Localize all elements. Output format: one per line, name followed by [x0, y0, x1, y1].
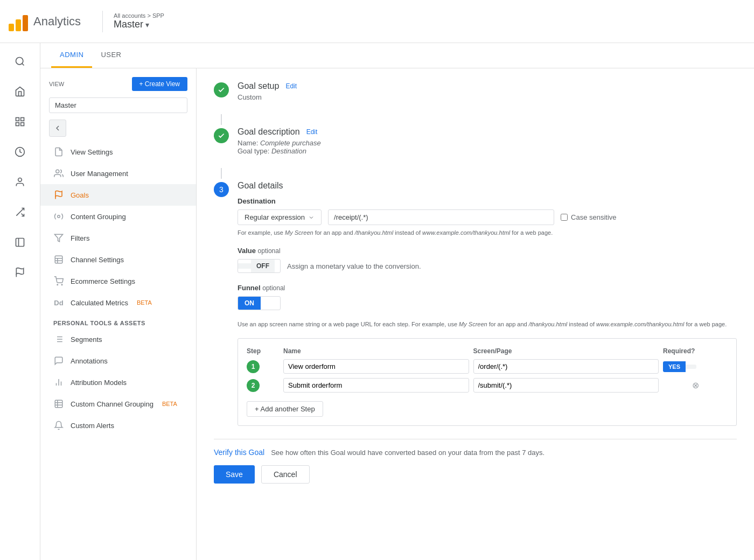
icon-sidebar [0, 43, 40, 560]
req-no-label[interactable] [686, 365, 696, 369]
funnel-step-1-name[interactable] [283, 359, 469, 374]
account-name: Master [114, 19, 143, 30]
step2-name: Name: Complete purchase [238, 139, 737, 147]
goal-step-2: Goal description Edit Name: Complete pur… [214, 127, 737, 155]
svg-rect-4 [16, 123, 19, 126]
svg-point-22 [61, 284, 62, 285]
sidebar-item-calculated-metrics[interactable]: Dd Calculated Metrics BETA [40, 292, 196, 313]
attribution-models-label: Attribution Models [71, 379, 127, 387]
funnel-step-2-page[interactable] [473, 378, 659, 393]
req-yes-label[interactable]: YES [663, 361, 686, 372]
ecommerce-settings-icon [53, 276, 64, 286]
main-content: Goal setup Edit Custom Goal description [197, 68, 754, 560]
segments-icon [53, 334, 64, 345]
goal-step-3: 3 Goal details Destination Regular expre… [214, 181, 737, 426]
sidebar-reports-icon[interactable] [7, 139, 33, 165]
sidebar-acquisition-icon[interactable] [7, 199, 33, 225]
channel-settings-label: Channel Settings [71, 256, 124, 264]
sidebar-search-icon[interactable] [7, 48, 33, 74]
verify-description: See how often this Goal would have conve… [271, 449, 544, 457]
calculated-metrics-label: Calculated Metrics [71, 299, 128, 307]
destination-row: Regular expression Case sensitive [238, 209, 737, 225]
custom-channel-grouping-label: Custom Channel Grouping [71, 400, 153, 408]
right-panel: ADMIN USER View + Create View Master [40, 43, 754, 560]
col-required: Required? [663, 347, 728, 355]
value-toggle-off-label[interactable]: OFF [251, 260, 275, 272]
content-grouping-icon [53, 211, 64, 222]
funnel-step-1-page[interactable] [473, 359, 659, 374]
funnel-toggle-row: ON [238, 296, 737, 310]
sidebar-item-view-settings[interactable]: View Settings [40, 141, 196, 163]
people-icon [53, 168, 64, 179]
topbar-divider [102, 11, 103, 32]
sidebar-home-icon[interactable] [7, 79, 33, 104]
funnel-step-2-delete[interactable]: ⊗ [663, 380, 728, 390]
tab-admin[interactable]: ADMIN [51, 43, 92, 68]
sidebar-item-custom-channel-grouping[interactable]: Custom Channel Grouping BETA [40, 393, 196, 415]
funnel-field-label: Funnel optional [238, 284, 737, 292]
match-type-dropdown[interactable]: Regular expression [238, 209, 322, 225]
funnel-row-2: 2 ⊗ [247, 378, 728, 393]
sidebar-item-filters[interactable]: Filters [40, 227, 196, 249]
destination-input[interactable] [328, 209, 554, 225]
ecommerce-settings-label: Ecommerce Settings [71, 277, 135, 285]
view-select[interactable]: Master [49, 97, 187, 113]
back-button[interactable] [49, 120, 66, 137]
sidebar-audience-icon[interactable] [7, 169, 33, 195]
case-sensitive-label[interactable]: Case sensitive [561, 213, 617, 221]
sidebar-item-user-management[interactable]: User Management [40, 163, 196, 184]
save-button[interactable]: Save [214, 465, 255, 484]
sidebar-behavior-icon[interactable] [7, 229, 33, 255]
view-header: View + Create View [40, 77, 196, 97]
step2-edit[interactable]: Edit [306, 128, 318, 136]
svg-rect-17 [55, 256, 62, 263]
view-selector[interactable]: Master [49, 97, 187, 113]
logo-icon [9, 12, 28, 31]
destination-hint: For example, use My Screen for an app an… [238, 229, 737, 236]
svg-point-0 [16, 58, 23, 65]
sidebar-item-attribution-models[interactable]: Attribution Models [40, 372, 196, 393]
value-field-label: Value optional [238, 247, 737, 255]
verify-goal-link[interactable]: Verify this Goal [214, 448, 264, 457]
account-selector[interactable]: Master ▾ [114, 19, 164, 30]
sidebar-item-custom-alerts[interactable]: Custom Alerts [40, 415, 196, 436]
svg-point-7 [18, 178, 22, 182]
name-label: Name: [238, 139, 258, 147]
step2-type: Goal type: Destination [238, 147, 737, 155]
funnel-step-1-required[interactable]: YES [663, 361, 728, 372]
step1-edit[interactable]: Edit [285, 82, 297, 90]
sidebar-item-content-grouping[interactable]: Content Grouping [40, 206, 196, 227]
svg-marker-16 [55, 234, 63, 242]
value-toggle[interactable]: OFF [238, 259, 281, 273]
svg-point-21 [57, 284, 58, 285]
filters-label: Filters [71, 234, 89, 242]
filters-icon [53, 233, 64, 243]
sidebar-conversions-icon[interactable] [7, 260, 33, 285]
custom-channel-grouping-icon [53, 398, 64, 409]
sidebar-item-goals[interactable]: Goals [40, 184, 196, 206]
create-view-button[interactable]: + Create View [132, 77, 188, 91]
sidebar-item-segments[interactable]: Segments [40, 328, 196, 350]
goal-step-1: Goal setup Edit Custom [214, 81, 737, 101]
goals-flag-icon [53, 190, 64, 200]
topbar: Analytics All accounts > SPP Master ▾ [0, 0, 754, 43]
add-step-button[interactable]: + Add another Step [247, 401, 323, 417]
tab-user[interactable]: USER [92, 43, 130, 68]
funnel-step-2-name[interactable] [283, 378, 469, 393]
sidebar-item-channel-settings[interactable]: Channel Settings [40, 249, 196, 270]
logo-area: Analytics [9, 12, 81, 31]
breadcrumb: All accounts > SPP [114, 12, 164, 19]
case-sensitive-checkbox[interactable] [561, 214, 568, 221]
sidebar-dashboard-icon[interactable] [7, 109, 33, 135]
funnel-toggle-off-side [261, 300, 274, 306]
sidebar-item-annotations[interactable]: Annotations [40, 350, 196, 372]
sidebar-item-ecommerce-settings[interactable]: Ecommerce Settings [40, 270, 196, 292]
cancel-button[interactable]: Cancel [261, 465, 310, 484]
match-type-label: Regular expression [245, 213, 305, 221]
funnel-toggle-on-label[interactable]: ON [238, 297, 261, 310]
funnel-toggle[interactable]: ON [238, 296, 281, 310]
view-settings-label: View Settings [71, 148, 113, 156]
verify-row: Verify this Goal See how often this Goal… [214, 439, 737, 457]
custom-alerts-icon [53, 420, 64, 431]
svg-rect-3 [21, 118, 24, 121]
